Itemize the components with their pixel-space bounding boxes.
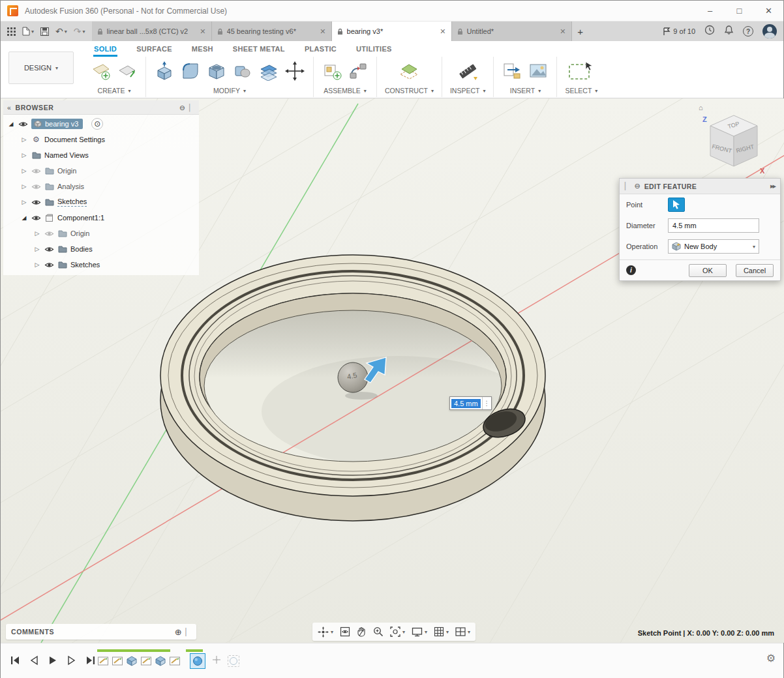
info-icon[interactable]: i — [626, 265, 636, 275]
ribbon-tab-utilities[interactable]: UTILITIES — [355, 43, 393, 57]
viewport[interactable]: 4.5 « BROWSER ⊖ ▏ ◢ b — [1, 98, 784, 643]
construct-dropdown[interactable]: CONSTRUCT▾ — [385, 87, 434, 95]
minimize-icon[interactable]: – — [695, 1, 725, 21]
go-to-end-icon[interactable] — [84, 654, 97, 667]
tab-close-icon[interactable]: ✕ — [560, 27, 565, 36]
save-icon[interactable] — [38, 23, 52, 39]
dialog-collapse-icon[interactable]: ⊖ — [634, 182, 640, 190]
doc-tab[interactable]: 45 bearing testing v6* ✕ — [212, 22, 332, 41]
browser-minimize-icon[interactable]: ⊖ — [179, 104, 185, 111]
gear-icon[interactable]: ⚙ — [766, 652, 776, 664]
browser-item-root[interactable]: ◢ bearing v3 ⊙ — [3, 116, 199, 132]
comments-panel[interactable]: COMMENTS ⊕ ▏ — [6, 624, 196, 640]
grid-icon[interactable]: ▾ — [432, 625, 450, 638]
avatar[interactable] — [762, 24, 777, 38]
operation-select[interactable]: + New Body ▾ — [668, 239, 759, 254]
file-icon[interactable]: ▾ — [20, 23, 37, 39]
ribbon-tab-sheet-metal[interactable]: SHEET METAL — [232, 43, 286, 57]
sketch-feature-icon[interactable] — [97, 655, 109, 667]
assemble-dropdown[interactable]: ASSEMBLE▾ — [324, 87, 367, 95]
sketch-feature-icon[interactable] — [112, 655, 123, 667]
undo-icon[interactable]: ↶▾ — [53, 23, 70, 39]
expander-icon[interactable]: ▷ — [33, 230, 41, 237]
browser-item-component1[interactable]: ◢ Component1:1 — [3, 210, 199, 226]
browser-item-origin[interactable]: ▷ Origin — [3, 163, 199, 179]
create-sketch-icon[interactable] — [91, 59, 112, 83]
expander-icon[interactable]: ▷ — [33, 246, 41, 252]
play-icon[interactable] — [46, 654, 59, 667]
eye-off-icon[interactable] — [31, 182, 41, 192]
eye-off-icon[interactable] — [44, 229, 54, 239]
ribbon-tab-plastic[interactable]: PLASTIC — [304, 43, 337, 57]
sketch-feature-icon[interactable] — [140, 655, 152, 667]
insert-dropdown[interactable]: INSERT▾ — [510, 87, 541, 95]
ribbon-tab-surface[interactable]: SURFACE — [136, 43, 173, 57]
shell-icon[interactable] — [206, 59, 227, 83]
dialog-grip-icon[interactable]: ▏ — [625, 182, 630, 190]
expander-icon[interactable]: ▷ — [20, 199, 28, 205]
press-pull-icon[interactable] — [154, 59, 175, 83]
cancel-button[interactable]: Cancel — [736, 264, 774, 277]
timeline-position-marker[interactable] — [212, 655, 221, 667]
browser-item-document-settings[interactable]: ▷ ⚙ Document Settings — [3, 132, 199, 147]
expander-icon[interactable]: ▷ — [20, 152, 28, 158]
browser-item-analysis[interactable]: ▷ Analysis — [3, 179, 199, 194]
eye-icon[interactable] — [18, 119, 28, 129]
fit-icon[interactable]: ▾ — [389, 625, 406, 638]
app-grid-icon[interactable] — [5, 23, 18, 39]
select-icon[interactable] — [567, 59, 596, 83]
browser-grip-icon[interactable]: ▏ — [189, 104, 195, 111]
eye-off-icon[interactable] — [31, 166, 41, 176]
comments-add-icon[interactable]: ⊕ — [175, 627, 182, 637]
browser-collapse-icon[interactable]: « — [7, 104, 11, 111]
dimension-value[interactable]: 4.5 mm — [451, 399, 481, 408]
modify-dropdown[interactable]: MODIFY▾ — [213, 87, 246, 95]
expander-icon[interactable]: ◢ — [7, 121, 15, 127]
combine-icon[interactable] — [232, 59, 253, 83]
tab-close-icon[interactable]: ✕ — [440, 27, 445, 36]
pan-hand-icon[interactable] — [355, 625, 368, 638]
ribbon-tab-mesh[interactable]: MESH — [191, 43, 214, 57]
create-form-icon[interactable] — [117, 59, 138, 83]
doc-tab[interactable]: Untitled* ✕ — [452, 22, 572, 41]
eye-icon[interactable] — [44, 244, 54, 254]
look-at-icon[interactable] — [339, 625, 352, 638]
eye-icon[interactable] — [31, 213, 41, 223]
job-status-button[interactable]: 9 of 10 — [663, 27, 695, 36]
viewcube-home-icon[interactable]: ⌂ — [699, 104, 703, 111]
sketch-feature-icon[interactable] — [169, 655, 181, 667]
dimension-grip-icon[interactable]: ⋮ — [482, 397, 491, 409]
dimension-input[interactable]: 4.5 mm ⋮ — [449, 396, 492, 410]
activate-component-radio[interactable]: ⊙ — [91, 118, 103, 130]
expander-icon[interactable]: ▷ — [20, 168, 28, 174]
current-sphere-feature-icon[interactable] — [190, 653, 205, 669]
insert-derive-icon[interactable] — [502, 59, 522, 83]
ok-button[interactable]: OK — [689, 264, 727, 277]
maximize-icon[interactable]: □ — [725, 1, 754, 21]
ghost-feature-icon[interactable] — [228, 655, 239, 667]
canvas-image-icon[interactable] — [528, 59, 549, 83]
eye-icon[interactable] — [44, 260, 54, 270]
new-tab-icon[interactable]: + — [572, 22, 589, 41]
step-back-icon[interactable] — [27, 654, 40, 667]
fillet-icon[interactable] — [180, 59, 201, 83]
display-settings-icon[interactable]: ▾ — [410, 626, 429, 638]
browser-item-component-sketches[interactable]: ▷ Sketches — [3, 257, 199, 273]
history-clock-icon[interactable] — [704, 25, 715, 38]
step-forward-icon[interactable] — [65, 654, 78, 667]
expander-icon[interactable]: ▷ — [20, 183, 28, 190]
root-document-chip[interactable]: bearing v3 — [31, 119, 83, 129]
viewports-icon[interactable]: ▾ — [454, 626, 472, 638]
browser-item-bodies[interactable]: ▷ Bodies — [3, 241, 199, 257]
move-icon[interactable] — [284, 59, 305, 83]
orbit-icon[interactable]: ▾ — [316, 625, 335, 639]
select-dropdown[interactable]: SELECT▾ — [565, 87, 597, 95]
browser-item-sketches[interactable]: ▷ Sketches — [3, 194, 199, 210]
browser-item-named-views[interactable]: ▷ Named Views — [3, 147, 199, 163]
close-icon[interactable]: ✕ — [754, 1, 783, 21]
zoom-icon[interactable] — [372, 625, 385, 638]
measure-icon[interactable] — [457, 59, 478, 83]
notifications-bell-icon[interactable] — [724, 25, 734, 38]
construction-plane-icon[interactable] — [399, 59, 419, 83]
point-select-button[interactable] — [668, 198, 685, 212]
